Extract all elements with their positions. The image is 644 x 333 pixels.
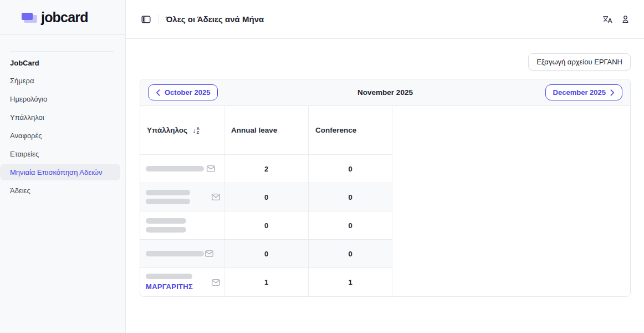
sidebar: jobcard JobCard ΣήμεραΗμερολόγιοΥπάλληλο… — [0, 0, 126, 333]
column-header-employee: Υπάλληλος — [140, 106, 224, 155]
sort-az-icon[interactable] — [192, 126, 200, 134]
sidebar-item-1[interactable]: Ημερολόγιο — [0, 90, 125, 107]
logo-text: jobcard — [41, 9, 88, 26]
jobcard-logo-icon — [21, 11, 38, 24]
chevron-right-icon — [610, 89, 615, 96]
column-header-conference: Conference — [309, 106, 392, 155]
next-month-button[interactable]: December 2025 — [545, 84, 622, 100]
table-row: ΜΑΡΓΑΡΙΤΗΣ11 — [140, 268, 392, 296]
employee-cell — [140, 155, 224, 183]
table-header-row: Υπάλληλος Annual leave Conference — [140, 106, 392, 155]
redacted-name-placeholder — [146, 227, 186, 233]
sidebar-item-0[interactable]: Σήμερα — [0, 72, 125, 89]
annual-leave-cell: 2 — [224, 155, 309, 183]
export-ergani-button[interactable]: Εξαγωγή αρχείου ΕΡΓΑΝΗ — [528, 53, 631, 70]
email-icon[interactable] — [212, 194, 220, 200]
table-row: 20 — [140, 155, 392, 183]
month-navigation: October 2025 November 2025 December 2025 — [140, 79, 630, 106]
annual-leave-cell: 1 — [224, 268, 309, 296]
employee-name-link[interactable]: ΜΑΡΓΑΡΙΤΗΣ — [146, 282, 193, 291]
conference-cell: 0 — [309, 183, 392, 211]
table-row: 00 — [140, 211, 392, 240]
redacted-name-placeholder — [146, 199, 190, 204]
annual-leave-cell: 0 — [224, 211, 309, 240]
table-empty-region — [392, 106, 630, 296]
app-window: jobcard JobCard ΣήμεραΗμερολόγιοΥπάλληλο… — [0, 0, 644, 333]
employee-cell — [140, 240, 224, 268]
sidebar-item-2[interactable]: Υπάλληλοι — [0, 109, 125, 125]
employee-cell — [140, 211, 224, 240]
redacted-name-placeholder — [146, 190, 190, 195]
redacted-name-placeholder — [146, 218, 186, 224]
annual-leave-cell: 0 — [224, 240, 309, 268]
conference-cell: 0 — [309, 211, 392, 240]
sidebar-item-6[interactable]: Άδειες — [0, 182, 125, 199]
sidebar-item-3[interactable]: Αναφορές — [0, 127, 125, 144]
toolbar: Εξαγωγή αρχείου ΕΡΓΑΝΗ — [140, 53, 631, 70]
redacted-name-placeholder — [146, 274, 192, 279]
monthly-leaves-card: October 2025 November 2025 December 2025… — [140, 79, 631, 297]
conference-cell: 1 — [309, 268, 392, 296]
user-icon[interactable] — [620, 14, 631, 25]
sidebar-nav: ΣήμεραΗμερολόγιοΥπάλληλοιΑναφορέςΕταιρεί… — [0, 72, 125, 200]
sidebar-divider — [10, 51, 114, 52]
panel-toggle-icon[interactable] — [140, 14, 152, 25]
table-row: 00 — [140, 183, 392, 211]
column-header-annual-leave: Annual leave — [224, 106, 309, 155]
main-area: Όλες οι Άδειες ανά Μήνα Εξαγωγή αρχείου … — [126, 0, 644, 333]
prev-month-label: October 2025 — [165, 88, 210, 97]
content-area: Εξαγωγή αρχείου ΕΡΓΑΝΗ October 2025 Nove… — [126, 39, 644, 297]
employee-cell: ΜΑΡΓΑΡΙΤΗΣ — [140, 268, 224, 296]
employee-cell — [140, 183, 224, 211]
conference-cell: 0 — [309, 240, 392, 268]
prev-month-button[interactable]: October 2025 — [148, 84, 218, 100]
email-icon[interactable] — [207, 165, 215, 172]
language-icon[interactable] — [601, 13, 614, 25]
chevron-left-icon — [156, 89, 160, 96]
logo[interactable]: jobcard — [0, 0, 125, 35]
topbar: Όλες οι Άδειες ανά Μήνα — [126, 0, 644, 39]
leaves-table: Υπάλληλος Annual leave Conference 200000… — [140, 106, 630, 296]
sidebar-item-5[interactable]: Μηνιαία Επισκόπηση Αδειών — [0, 164, 120, 180]
email-icon[interactable] — [205, 250, 213, 257]
redacted-name-placeholder — [146, 251, 204, 256]
page-title: Όλες οι Άδειες ανά Μήνα — [166, 14, 264, 24]
redacted-name-placeholder — [146, 166, 204, 171]
topbar-divider — [158, 14, 159, 25]
table-row: 00 — [140, 240, 392, 268]
conference-cell: 0 — [309, 155, 392, 183]
next-month-label: December 2025 — [553, 88, 606, 97]
annual-leave-cell: 0 — [224, 183, 309, 211]
sidebar-item-4[interactable]: Εταιρείες — [0, 145, 125, 162]
sidebar-section-label: JobCard — [10, 59, 115, 67]
email-icon[interactable] — [212, 279, 220, 286]
